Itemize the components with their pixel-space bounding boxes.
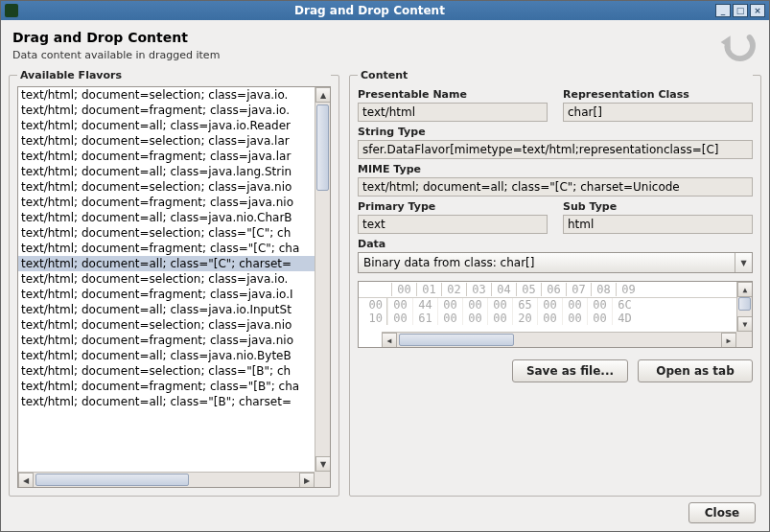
flavors-horizontal-scrollbar[interactable]: ◀ ▶	[18, 472, 315, 487]
scroll-thumb-horizontal[interactable]	[399, 334, 514, 346]
sub-type-field: html	[563, 215, 753, 234]
data-label: Data	[358, 238, 753, 250]
flavor-list-item[interactable]: text/html; document=all; class="[B"; cha…	[18, 394, 315, 409]
content-legend: Content	[358, 69, 753, 81]
string-type-label: String Type	[358, 126, 753, 138]
flavor-list-item[interactable]: text/html; document=selection; class=jav…	[18, 133, 315, 149]
hex-horizontal-scrollbar[interactable]: ◀ ▶	[382, 332, 736, 347]
flavor-list-item[interactable]: text/html; document=all; class="[C"; cha…	[18, 256, 315, 271]
flavor-list-item[interactable]: text/html; document=fragment; class=java…	[18, 103, 315, 118]
open-as-tab-button[interactable]: Open as tab	[638, 359, 753, 382]
mime-type-label: MIME Type	[358, 163, 753, 175]
hex-data-row: 000044000000650000006C	[359, 298, 736, 312]
scroll-left-arrow[interactable]: ◀	[382, 333, 397, 348]
primary-type-field: text	[358, 215, 548, 234]
header-text: Drag and Drop Content Data content avail…	[12, 30, 220, 61]
flavor-list-item[interactable]: text/html; document=selection; class=jav…	[18, 317, 315, 333]
flavor-list-item[interactable]: text/html; document=all; class=java.lang…	[18, 164, 315, 179]
flavor-list-item[interactable]: text/html; document=fragment; class=java…	[18, 195, 315, 210]
data-combo-text: Binary data from class: char[]	[359, 256, 735, 269]
minimize-button[interactable]: _	[715, 4, 731, 17]
scroll-down-arrow[interactable]: ▼	[737, 316, 753, 332]
chevron-down-icon[interactable]: ▼	[735, 253, 752, 272]
page-title: Drag and Drop Content	[12, 30, 220, 45]
available-flavors-panel: Available Flavors text/html; document=se…	[9, 75, 339, 497]
flavor-list-item[interactable]: text/html; document=selection; class="[B…	[18, 363, 315, 379]
save-as-file-button[interactable]: Save as file...	[512, 359, 628, 382]
representation-class-label: Representation Class	[563, 88, 753, 101]
hex-viewer[interactable]: 0001020304050607080900004400000065000000…	[358, 281, 753, 348]
close-window-button[interactable]: ×	[750, 4, 765, 17]
flavor-list-item[interactable]: text/html; document=selection; class=jav…	[18, 271, 315, 287]
window-title: Drag and Drop Content	[24, 4, 715, 17]
scroll-right-arrow[interactable]: ▶	[299, 473, 315, 488]
sub-type-label: Sub Type	[563, 200, 753, 213]
flavor-list-item[interactable]: text/html; document=fragment; class="[B"…	[18, 379, 315, 394]
scroll-thumb-vertical[interactable]	[316, 104, 329, 191]
scroll-up-arrow[interactable]: ▲	[737, 282, 753, 297]
scroll-right-arrow[interactable]: ▶	[721, 333, 736, 348]
window-controls: _ □ ×	[715, 4, 765, 17]
flavors-vertical-scrollbar[interactable]: ▲ ▼	[315, 87, 330, 472]
window: Drag and Drop Content _ □ × Drag and Dro…	[0, 0, 770, 532]
flavor-list-item[interactable]: text/html; document=fragment; class="[C"…	[18, 241, 315, 256]
content-form: Presentable Name text/html Representatio…	[358, 88, 753, 382]
titlebar: Drag and Drop Content _ □ ×	[1, 1, 769, 20]
content-buttons: Save as file... Open as tab	[358, 359, 753, 382]
scroll-down-arrow[interactable]: ▼	[315, 456, 331, 472]
undo-reset-icon[interactable]	[719, 30, 758, 67]
available-flavors-legend: Available Flavors	[17, 69, 331, 81]
flavor-list-item[interactable]: text/html; document=all; class=java.nio.…	[18, 348, 315, 363]
page-subtitle: Data content available in dragged item	[12, 49, 220, 61]
representation-class-field: char[]	[563, 103, 753, 122]
flavor-list-item[interactable]: text/html; document=all; class=java.io.I…	[18, 302, 315, 317]
flavor-list-item[interactable]: text/html; document=selection; class="[C…	[18, 225, 315, 241]
primary-type-label: Primary Type	[358, 200, 548, 213]
flavor-list-item[interactable]: text/html; document=fragment; class=java…	[18, 287, 315, 302]
header-row: Drag and Drop Content Data content avail…	[9, 26, 761, 75]
data-combo[interactable]: Binary data from class: char[] ▼	[358, 252, 753, 273]
hex-vertical-scrollbar[interactable]: ▲ ▼	[736, 282, 752, 332]
mime-type-field: text/html; document=all; class="[C"; cha…	[358, 177, 753, 197]
footer-buttons: Close	[9, 497, 761, 523]
scroll-up-arrow[interactable]: ▲	[315, 87, 331, 103]
scroll-corner	[736, 332, 752, 347]
flavors-listbox[interactable]: text/html; document=selection; class=jav…	[17, 86, 331, 488]
flavor-list-item[interactable]: text/html; document=selection; class=jav…	[18, 87, 315, 103]
scroll-left-arrow[interactable]: ◀	[18, 473, 34, 488]
string-type-field: sfer.DataFlavor[mimetype=text/html;repre…	[358, 140, 753, 159]
maximize-button[interactable]: □	[733, 4, 748, 17]
flavor-list-item[interactable]: text/html; document=fragment; class=java…	[18, 149, 315, 164]
app-icon	[5, 4, 18, 17]
scroll-corner	[315, 472, 330, 487]
flavor-list-item[interactable]: text/html; document=selection; class=jav…	[18, 179, 315, 195]
scroll-thumb-vertical[interactable]	[738, 297, 751, 311]
hex-data-row: 100061000000200000004D	[359, 312, 736, 325]
presentable-name-field: text/html	[358, 103, 548, 122]
main-split: Available Flavors text/html; document=se…	[9, 75, 761, 497]
presentable-name-label: Presentable Name	[358, 88, 548, 101]
content-area: Drag and Drop Content Data content avail…	[1, 20, 769, 531]
flavor-list-item[interactable]: text/html; document=fragment; class=java…	[18, 333, 315, 348]
flavor-list-item[interactable]: text/html; document=all; class=java.io.R…	[18, 118, 315, 133]
hex-header-row: 00010203040506070809	[359, 282, 736, 298]
scroll-thumb-horizontal[interactable]	[35, 474, 189, 486]
close-button[interactable]: Close	[688, 502, 756, 523]
flavor-list-item[interactable]: text/html; document=all; class=java.nio.…	[18, 210, 315, 225]
content-panel: Content Presentable Name text/html Repre…	[349, 75, 761, 497]
